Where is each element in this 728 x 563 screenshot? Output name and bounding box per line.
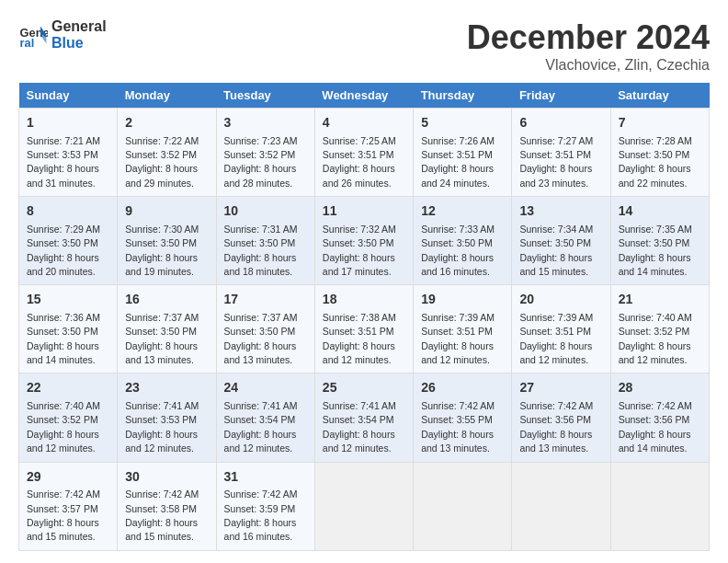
day-info: Sunrise: 7:29 AMSunset: 3:50 PMDaylight:…: [27, 224, 100, 277]
day-number: 21: [619, 291, 701, 309]
calendar-cell: 15Sunrise: 7:36 AMSunset: 3:50 PMDayligh…: [19, 285, 118, 373]
calendar-cell: 25Sunrise: 7:41 AMSunset: 3:54 PMDayligh…: [314, 373, 413, 462]
logo: Gene ral General Blue: [18, 18, 107, 51]
day-number: 18: [323, 291, 405, 309]
calendar-cell: 2Sunrise: 7:22 AMSunset: 3:52 PMDaylight…: [118, 109, 216, 197]
calendar-cell: [314, 462, 413, 550]
day-number: 8: [27, 202, 109, 221]
day-number: 7: [619, 114, 701, 132]
main-title: December 2024: [467, 18, 710, 57]
logo-icon: Gene ral: [18, 20, 48, 50]
calendar-cell: 9Sunrise: 7:30 AMSunset: 3:50 PMDaylight…: [118, 197, 216, 285]
calendar-cell: 8Sunrise: 7:29 AMSunset: 3:50 PMDaylight…: [19, 197, 118, 285]
day-number: 5: [421, 114, 504, 132]
day-info: Sunrise: 7:38 AMSunset: 3:51 PMDaylight:…: [323, 312, 396, 365]
calendar-cell: 30Sunrise: 7:42 AMSunset: 3:58 PMDayligh…: [118, 462, 216, 550]
page-header: Gene ral General Blue December 2024 Vlac…: [18, 18, 710, 74]
day-number: 6: [519, 114, 602, 132]
day-number: 16: [125, 291, 208, 309]
calendar-week-row: 29Sunrise: 7:42 AMSunset: 3:57 PMDayligh…: [19, 462, 710, 550]
calendar-week-row: 1Sunrise: 7:21 AMSunset: 3:53 PMDaylight…: [19, 109, 710, 197]
day-info: Sunrise: 7:37 AMSunset: 3:50 PMDaylight:…: [125, 312, 199, 365]
day-number: 2: [125, 114, 208, 132]
day-info: Sunrise: 7:37 AMSunset: 3:50 PMDaylight:…: [224, 312, 298, 365]
day-number: 10: [224, 202, 307, 221]
day-info: Sunrise: 7:40 AMSunset: 3:52 PMDaylight:…: [27, 400, 100, 454]
calendar-cell: 31Sunrise: 7:42 AMSunset: 3:59 PMDayligh…: [216, 462, 314, 550]
calendar-cell: 12Sunrise: 7:33 AMSunset: 3:50 PMDayligh…: [414, 197, 512, 285]
logo-text-line1: General: [51, 18, 107, 35]
calendar-cell: 26Sunrise: 7:42 AMSunset: 3:55 PMDayligh…: [414, 373, 512, 462]
day-number: 15: [27, 291, 109, 309]
calendar-cell: 16Sunrise: 7:37 AMSunset: 3:50 PMDayligh…: [118, 285, 216, 373]
day-info: Sunrise: 7:33 AMSunset: 3:50 PMDaylight:…: [421, 224, 495, 277]
header-wednesday: Wednesday: [314, 83, 413, 109]
calendar-cell: 29Sunrise: 7:42 AMSunset: 3:57 PMDayligh…: [19, 462, 118, 550]
calendar-cell: 19Sunrise: 7:39 AMSunset: 3:51 PMDayligh…: [414, 285, 512, 373]
calendar-cell: 11Sunrise: 7:32 AMSunset: 3:50 PMDayligh…: [314, 197, 413, 285]
calendar-cell: 18Sunrise: 7:38 AMSunset: 3:51 PMDayligh…: [314, 285, 413, 373]
day-info: Sunrise: 7:39 AMSunset: 3:51 PMDaylight:…: [421, 312, 495, 365]
calendar-cell: 1Sunrise: 7:21 AMSunset: 3:53 PMDaylight…: [19, 109, 118, 197]
calendar-cell: 10Sunrise: 7:31 AMSunset: 3:50 PMDayligh…: [216, 197, 314, 285]
calendar-header-row: SundayMondayTuesdayWednesdayThursdayFrid…: [19, 83, 710, 109]
header-sunday: Sunday: [19, 83, 118, 109]
calendar-week-row: 22Sunrise: 7:40 AMSunset: 3:52 PMDayligh…: [19, 373, 710, 462]
logo-text-line2: Blue: [51, 35, 107, 52]
calendar-table: SundayMondayTuesdayWednesdayThursdayFrid…: [18, 83, 710, 551]
header-saturday: Saturday: [610, 83, 709, 109]
calendar-cell: 17Sunrise: 7:37 AMSunset: 3:50 PMDayligh…: [216, 285, 314, 373]
day-info: Sunrise: 7:22 AMSunset: 3:52 PMDaylight:…: [125, 135, 199, 189]
day-info: Sunrise: 7:34 AMSunset: 3:50 PMDaylight:…: [519, 224, 593, 277]
day-info: Sunrise: 7:42 AMSunset: 3:56 PMDaylight:…: [519, 400, 593, 454]
day-number: 30: [125, 468, 208, 487]
day-number: 14: [619, 202, 701, 221]
day-info: Sunrise: 7:26 AMSunset: 3:51 PMDaylight:…: [421, 135, 495, 189]
day-info: Sunrise: 7:32 AMSunset: 3:50 PMDaylight:…: [323, 224, 396, 277]
day-number: 19: [421, 291, 504, 309]
day-number: 1: [27, 114, 109, 132]
day-number: 27: [519, 379, 602, 397]
svg-marker-3: [40, 35, 46, 44]
day-number: 11: [323, 202, 405, 221]
calendar-cell: 28Sunrise: 7:42 AMSunset: 3:56 PMDayligh…: [610, 373, 709, 462]
title-block: December 2024 Vlachovice, Zlin, Czechia: [467, 18, 710, 74]
svg-text:ral: ral: [20, 35, 35, 49]
day-number: 4: [323, 114, 405, 132]
calendar-week-row: 15Sunrise: 7:36 AMSunset: 3:50 PMDayligh…: [19, 285, 710, 373]
calendar-cell: 5Sunrise: 7:26 AMSunset: 3:51 PMDaylight…: [414, 109, 512, 197]
subtitle: Vlachovice, Zlin, Czechia: [467, 57, 710, 74]
calendar-cell: 27Sunrise: 7:42 AMSunset: 3:56 PMDayligh…: [512, 373, 610, 462]
calendar-week-row: 8Sunrise: 7:29 AMSunset: 3:50 PMDaylight…: [19, 197, 710, 285]
header-thursday: Thursday: [414, 83, 512, 109]
day-info: Sunrise: 7:23 AMSunset: 3:52 PMDaylight:…: [224, 135, 298, 189]
day-number: 28: [619, 379, 701, 397]
calendar-cell: [414, 462, 512, 550]
day-info: Sunrise: 7:42 AMSunset: 3:58 PMDaylight:…: [125, 488, 199, 542]
day-info: Sunrise: 7:42 AMSunset: 3:59 PMDaylight:…: [224, 488, 298, 542]
day-info: Sunrise: 7:42 AMSunset: 3:57 PMDaylight:…: [27, 488, 100, 542]
day-number: 25: [323, 379, 405, 397]
day-info: Sunrise: 7:31 AMSunset: 3:50 PMDaylight:…: [224, 224, 298, 277]
day-number: 20: [519, 291, 602, 309]
header-tuesday: Tuesday: [216, 83, 314, 109]
day-info: Sunrise: 7:36 AMSunset: 3:50 PMDaylight:…: [27, 312, 100, 365]
day-number: 23: [125, 379, 208, 397]
day-info: Sunrise: 7:41 AMSunset: 3:54 PMDaylight:…: [323, 400, 396, 454]
calendar-cell: [610, 462, 709, 550]
calendar-cell: 23Sunrise: 7:41 AMSunset: 3:53 PMDayligh…: [118, 373, 216, 462]
calendar-cell: 22Sunrise: 7:40 AMSunset: 3:52 PMDayligh…: [19, 373, 118, 462]
day-info: Sunrise: 7:21 AMSunset: 3:53 PMDaylight:…: [27, 135, 100, 189]
day-number: 13: [519, 202, 602, 221]
calendar-cell: 13Sunrise: 7:34 AMSunset: 3:50 PMDayligh…: [512, 197, 610, 285]
day-number: 17: [224, 291, 307, 309]
day-info: Sunrise: 7:42 AMSunset: 3:55 PMDaylight:…: [421, 400, 495, 454]
day-info: Sunrise: 7:41 AMSunset: 3:53 PMDaylight:…: [125, 400, 199, 454]
calendar-cell: 6Sunrise: 7:27 AMSunset: 3:51 PMDaylight…: [512, 109, 610, 197]
calendar-cell: 4Sunrise: 7:25 AMSunset: 3:51 PMDaylight…: [314, 109, 413, 197]
day-info: Sunrise: 7:42 AMSunset: 3:56 PMDaylight:…: [619, 400, 692, 454]
calendar-cell: 7Sunrise: 7:28 AMSunset: 3:50 PMDaylight…: [610, 109, 709, 197]
header-friday: Friday: [512, 83, 610, 109]
day-number: 12: [421, 202, 504, 221]
day-number: 26: [421, 379, 504, 397]
